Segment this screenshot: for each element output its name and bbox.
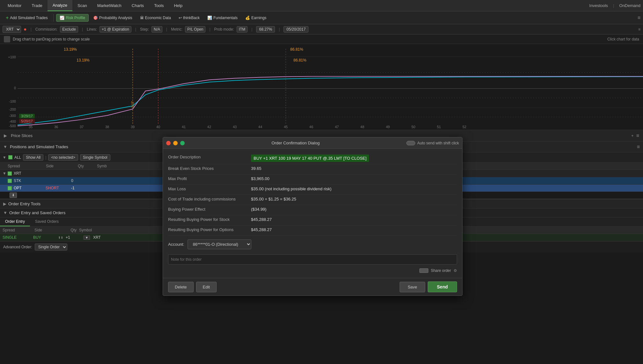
- advanced-order-select[interactable]: Single Order: [35, 244, 67, 251]
- menu-charts[interactable]: Charts: [127, 0, 149, 11]
- order-entry-expand[interactable]: ▶: [3, 201, 6, 206]
- svg-text:52: 52: [462, 125, 466, 129]
- edit-button[interactable]: Edit: [196, 282, 217, 292]
- probability-label: Probability Analysis: [99, 16, 132, 20]
- prob-mode-value[interactable]: ITM: [237, 26, 248, 33]
- menu-marketwatch[interactable]: MarketWatch: [92, 0, 127, 11]
- order-entry-tools-label: Order Entry Tools: [8, 201, 41, 206]
- svg-text:-500: -500: [9, 124, 16, 128]
- percentage-value[interactable]: 68.27%: [256, 26, 275, 33]
- symbol-select[interactable]: XRT: [3, 26, 21, 33]
- break-even-value: 39.65: [251, 166, 262, 171]
- break-even-label: Break Even Stock Prices: [168, 166, 251, 171]
- share-order-label: Share order: [431, 268, 451, 273]
- risk-profile-button[interactable]: 📈 Risk Profile: [56, 14, 89, 22]
- tab-order-entry[interactable]: Order Entry: [0, 217, 30, 226]
- show-all-button[interactable]: Show All: [23, 154, 43, 161]
- no-selected-button[interactable]: <no selected>: [48, 154, 78, 161]
- cost-of-trade-label: Cost of Trade including commissions: [168, 197, 251, 201]
- resulting-bp-stock-value: $45,288.27: [251, 217, 272, 222]
- autosend-toggle[interactable]: [406, 141, 415, 145]
- probability-icon: 🎯: [93, 16, 98, 20]
- advanced-order-label: Advanced Order:: [3, 245, 32, 249]
- dialog-maximize-button[interactable]: [180, 141, 185, 145]
- stk-checkbox[interactable]: [8, 179, 12, 183]
- probability-analysis-button[interactable]: 🎯 Probability Analysis: [90, 14, 135, 21]
- route-icon: ⬆⬇: [58, 236, 63, 239]
- share-order-checkbox[interactable]: [419, 268, 428, 273]
- price-slices-menu-icon[interactable]: ≡: [636, 133, 639, 139]
- order-spread: SINGLE: [3, 235, 31, 240]
- investools-label[interactable]: Investools: [589, 3, 608, 8]
- opt-side: SHORT: [46, 186, 71, 190]
- positions-group-expand[interactable]: ▼: [3, 155, 6, 160]
- resulting-bp-options-value: $45,288.27: [251, 227, 272, 232]
- tab-saved-orders[interactable]: Saved Orders: [30, 217, 64, 226]
- price-slices-expand-icon[interactable]: ▶: [4, 133, 7, 138]
- thinkback-button[interactable]: ↩ thinkBack: [175, 14, 203, 21]
- menu-analyze[interactable]: Analyze: [48, 0, 72, 11]
- menu-monitor[interactable]: Monitor: [3, 0, 26, 11]
- step-value[interactable]: N/A: [152, 26, 162, 33]
- metric-value[interactable]: P/L Open: [185, 26, 205, 33]
- qty-adjust-icon[interactable]: ▼: [84, 236, 90, 240]
- opt-action-btn[interactable]: ⬇: [10, 193, 17, 198]
- dialog-footer: Delete Edit Save Send: [163, 278, 462, 295]
- send-button[interactable]: Send: [428, 281, 457, 292]
- order-confirmation-dialog[interactable]: Order Confirmation Dialog Auto send with…: [163, 137, 462, 296]
- single-symbol-button[interactable]: Single Symbol: [80, 154, 110, 161]
- fundamentals-button[interactable]: 📊 Fundamentals: [204, 14, 241, 21]
- positions-menu-icon[interactable]: ≡: [637, 144, 640, 150]
- menu-trade[interactable]: Trade: [26, 0, 47, 11]
- delete-button[interactable]: Delete: [168, 282, 194, 292]
- menu-bar: Monitor Trade Analyze Scan MarketWatch C…: [0, 0, 643, 11]
- settings-bar: XRT ● | Commission: Exclude | Lines: +1 …: [0, 24, 643, 34]
- lines-value[interactable]: +1 @ Expiration: [100, 26, 131, 33]
- buying-power-effect-value: ($34.99): [251, 207, 266, 212]
- menu-help[interactable]: Help: [169, 0, 188, 11]
- positions-all-checkbox[interactable]: [8, 155, 12, 159]
- share-order-settings-icon[interactable]: ⚙: [454, 268, 457, 273]
- svg-text:-200: -200: [9, 107, 16, 111]
- toolbar-menu-icon[interactable]: ≡: [638, 15, 640, 21]
- date-legend-2: 5/20/17: [19, 119, 35, 123]
- date-value[interactable]: 05/20/2017: [284, 26, 308, 33]
- resulting-bp-options-row: Resulting Buying Power for Options $45,2…: [168, 225, 457, 236]
- earnings-button[interactable]: 💰 Earnings: [242, 14, 270, 21]
- xrt-checkbox[interactable]: [8, 171, 12, 176]
- price-slices-add-icon[interactable]: +: [631, 133, 634, 138]
- plus-icon: +: [6, 15, 9, 21]
- resulting-bp-stock-row: Resulting Buying Power for Stock $45,288…: [168, 215, 457, 225]
- economic-data-button[interactable]: 🏛 Economic Data: [137, 14, 174, 21]
- svg-text:37: 37: [80, 125, 84, 129]
- max-profit-label: Max Profit: [168, 176, 251, 181]
- menu-tools[interactable]: Tools: [149, 0, 169, 11]
- menu-scan[interactable]: Scan: [72, 0, 92, 11]
- note-input[interactable]: [168, 254, 457, 265]
- dialog-title: Order Confirmation Dialog: [187, 141, 404, 145]
- add-simulated-trades-button[interactable]: + Add Simulated Trades: [3, 14, 51, 22]
- date-legend-1: 3/29/17: [19, 114, 35, 118]
- save-button[interactable]: Save: [400, 282, 425, 292]
- positions-expand-icon[interactable]: ▼: [3, 144, 7, 149]
- order-entry-saved-expand[interactable]: ▼: [3, 210, 7, 215]
- settings-menu-icon[interactable]: ≡: [638, 27, 640, 32]
- dialog-close-button[interactable]: [166, 141, 171, 145]
- hint-text: Drag chart to panDrag prices to change s…: [13, 37, 90, 41]
- svg-text:38: 38: [105, 125, 109, 129]
- xrt-expand[interactable]: ▼: [3, 171, 6, 176]
- opt-checkbox[interactable]: [8, 186, 12, 190]
- opt-qty: -1: [71, 186, 87, 190]
- autosend-label: Auto send with shift click: [417, 141, 459, 145]
- col-side: Side: [46, 164, 78, 168]
- ondemand-label[interactable]: OnDemand: [619, 3, 640, 8]
- svg-text:45: 45: [284, 125, 288, 129]
- toolbar-right: ≡: [638, 15, 640, 21]
- commission-value[interactable]: Exclude: [60, 26, 78, 33]
- svg-text:3.17: 3.17: [131, 101, 135, 107]
- chart-area[interactable]: 35 36 37 38 39 40 41 42 43 44 45 46 47 4…: [0, 44, 643, 130]
- economic-icon: 🏛: [140, 16, 144, 20]
- dialog-minimize-button[interactable]: [173, 141, 178, 145]
- account-select[interactable]: 86*****01-O (Directional): [188, 239, 251, 249]
- col-qty: Qty: [78, 164, 97, 168]
